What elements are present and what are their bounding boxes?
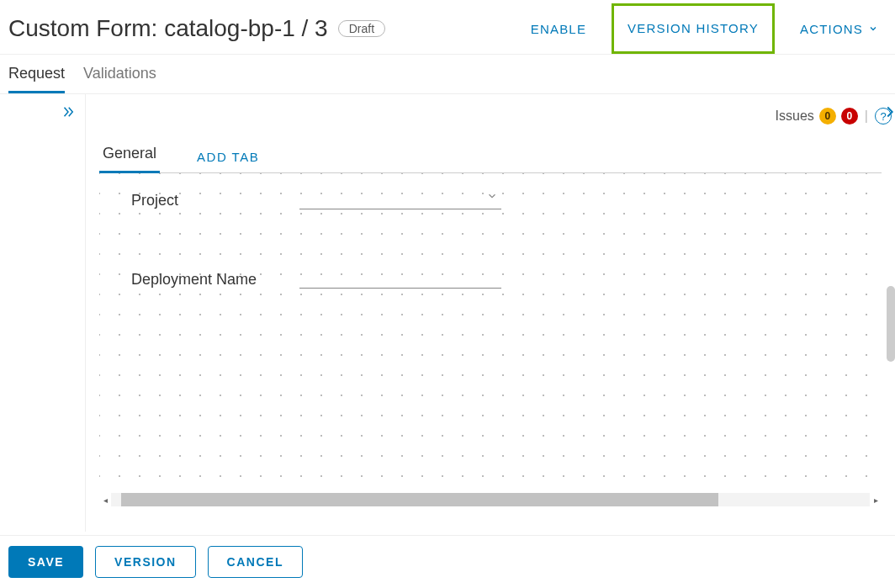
deployment-name-input[interactable] xyxy=(299,271,501,289)
main-area: Issues 0 0 | ? General ADD TAB Project xyxy=(86,94,895,532)
issues-label: Issues xyxy=(776,109,814,124)
double-chevron-right-icon xyxy=(60,104,77,119)
version-button[interactable]: VERSION xyxy=(95,546,196,578)
expand-right-panel-button[interactable] xyxy=(885,103,895,124)
scroll-track[interactable] xyxy=(111,493,870,506)
form-tabs-wrap: General ADD TAB xyxy=(86,136,895,173)
page-title: Custom Form: catalog-bp-1 / 3 xyxy=(8,15,328,42)
issues-bar: Issues 0 0 | ? xyxy=(86,99,895,136)
field-deployment-name[interactable]: Deployment Name xyxy=(131,271,501,289)
enable-button[interactable]: ENABLE xyxy=(531,22,586,36)
primary-tabs: Request Validations xyxy=(0,55,895,94)
page-vertical-scrollbar[interactable] xyxy=(887,286,895,362)
page-header: Custom Form: catalog-bp-1 / 3 Draft ENAB… xyxy=(0,0,895,55)
form-tab-general[interactable]: General xyxy=(99,136,160,173)
add-tab-button[interactable]: ADD TAB xyxy=(193,141,262,172)
project-label: Project xyxy=(131,192,299,209)
footer-bar: SAVE VERSION CANCEL xyxy=(0,535,895,588)
scroll-right-button[interactable]: ▸ xyxy=(870,495,882,505)
project-dropdown[interactable] xyxy=(299,192,501,209)
tab-request[interactable]: Request xyxy=(8,65,65,93)
errors-badge[interactable]: 0 xyxy=(841,108,858,124)
chevron-down-icon xyxy=(486,190,498,204)
tab-validations[interactable]: Validations xyxy=(83,65,156,93)
workspace: Issues 0 0 | ? General ADD TAB Project xyxy=(0,94,895,532)
scroll-thumb[interactable] xyxy=(121,493,718,506)
header-nav: ENABLE VERSION HISTORY ACTIONS xyxy=(512,21,878,36)
expand-left-panel-button[interactable] xyxy=(60,104,77,123)
status-badge: Draft xyxy=(338,20,385,37)
save-button[interactable]: SAVE xyxy=(8,546,83,578)
left-panel-collapsed xyxy=(0,94,86,532)
chevron-down-icon xyxy=(868,24,878,34)
canvas-horizontal-scrollbar[interactable]: ◂ ▸ xyxy=(99,493,882,506)
actions-menu-button[interactable]: ACTIONS xyxy=(800,22,878,36)
field-project[interactable]: Project xyxy=(131,192,501,209)
divider: | xyxy=(865,109,868,124)
version-history-highlight: VERSION HISTORY xyxy=(612,3,775,54)
chevron-right-icon xyxy=(885,103,895,121)
form-tabs: General ADD TAB xyxy=(99,136,882,173)
cancel-button[interactable]: CANCEL xyxy=(208,546,303,578)
actions-label: ACTIONS xyxy=(800,22,863,36)
canvas-wrap: Project Deployment Name xyxy=(86,173,895,493)
form-canvas[interactable]: Project Deployment Name xyxy=(99,173,882,493)
scroll-left-button[interactable]: ◂ xyxy=(99,495,111,505)
version-history-button[interactable]: VERSION HISTORY xyxy=(628,21,759,35)
warnings-badge[interactable]: 0 xyxy=(819,108,836,124)
deployment-name-label: Deployment Name xyxy=(131,271,299,289)
